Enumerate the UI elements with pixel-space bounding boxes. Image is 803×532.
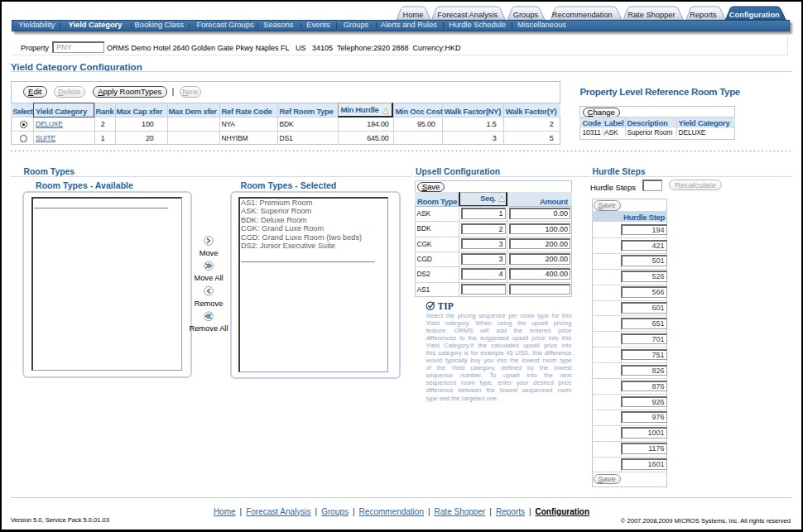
svg-text:Groups: Groups	[513, 11, 539, 19]
svg-text:Configuration: Configuration	[729, 11, 780, 19]
svg-text:Reports: Reports	[690, 11, 717, 19]
svg-text:Home: Home	[403, 11, 424, 19]
svg-text:Recommendation: Recommendation	[552, 11, 613, 19]
svg-text:Forecast Analysis: Forecast Analysis	[437, 11, 498, 19]
svg-text:Rate Shopper: Rate Shopper	[627, 11, 675, 19]
